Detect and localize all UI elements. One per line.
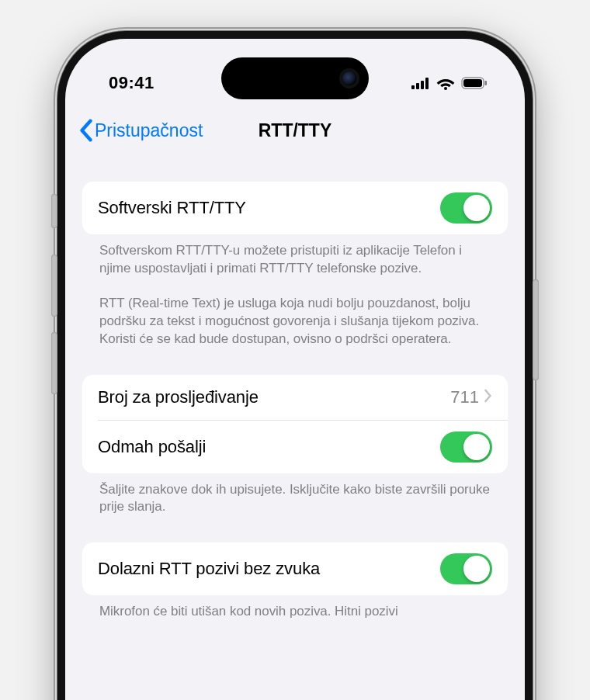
chevron-right-icon — [484, 389, 492, 406]
footer-silent-rtt: Mikrofon će biti utišan kod novih poziva… — [82, 595, 508, 621]
toggle-silent-rtt[interactable] — [440, 553, 492, 584]
chevron-left-icon — [79, 119, 93, 142]
group-silent-rtt: Dolazni RTT pozivi bez zvuka — [82, 542, 508, 595]
volume-down-button — [51, 332, 57, 394]
power-button — [533, 279, 539, 380]
row-value: 711 — [450, 387, 484, 407]
toggle-knob — [463, 195, 490, 221]
battery-icon — [461, 77, 488, 89]
row-relay-number[interactable]: Broj za prosljeđivanje 711 — [82, 375, 508, 420]
phone-frame: 09:41 Pristupačnost RTT/TTY Softverski R… — [57, 31, 533, 700]
row-send-immediately[interactable]: Odmah pošalji — [98, 420, 508, 473]
wifi-icon — [436, 77, 455, 90]
status-time: 09:41 — [109, 73, 154, 93]
toggle-send-immediately[interactable] — [440, 431, 492, 463]
group-relay: Broj za prosljeđivanje 711 Odmah pošalji — [82, 375, 508, 473]
row-label: Softverski RTT/TTY — [98, 198, 246, 218]
toggle-knob — [463, 556, 490, 582]
svg-rect-3 — [425, 78, 429, 89]
svg-rect-7 — [485, 81, 488, 85]
cellular-icon — [411, 78, 430, 89]
footer-send-immediately: Šaljite znakove dok ih upisujete. Isklju… — [82, 473, 508, 517]
group-software-rtt: Softverski RTT/TTY — [82, 182, 508, 234]
nav-bar: Pristupačnost RTT/TTY — [65, 106, 525, 155]
toggle-knob — [463, 434, 490, 460]
svg-rect-6 — [463, 79, 482, 87]
status-icons — [411, 77, 488, 90]
status-bar: 09:41 — [65, 39, 525, 106]
content-scroll[interactable]: Softverski RTT/TTY Softverskom RTT/TTY-u… — [65, 155, 525, 621]
svg-point-4 — [444, 87, 447, 90]
screen: 09:41 Pristupačnost RTT/TTY Softverski R… — [65, 39, 525, 700]
svg-rect-2 — [421, 81, 424, 89]
back-button[interactable]: Pristupačnost — [79, 119, 203, 142]
svg-rect-1 — [416, 83, 419, 89]
footer-software-rtt: Softverskom RTT/TTY-u možete pristupiti … — [82, 234, 508, 348]
row-software-rtt[interactable]: Softverski RTT/TTY — [82, 182, 508, 234]
volume-up-button — [51, 255, 57, 317]
svg-rect-0 — [411, 85, 415, 89]
mute-switch — [51, 194, 57, 228]
row-label: Odmah pošalji — [98, 437, 206, 457]
back-label: Pristupačnost — [95, 120, 203, 141]
row-silent-rtt[interactable]: Dolazni RTT pozivi bez zvuka — [82, 542, 508, 595]
row-label: Dolazni RTT pozivi bez zvuka — [98, 559, 320, 579]
row-label: Broj za prosljeđivanje — [98, 387, 259, 407]
toggle-software-rtt[interactable] — [440, 192, 492, 224]
